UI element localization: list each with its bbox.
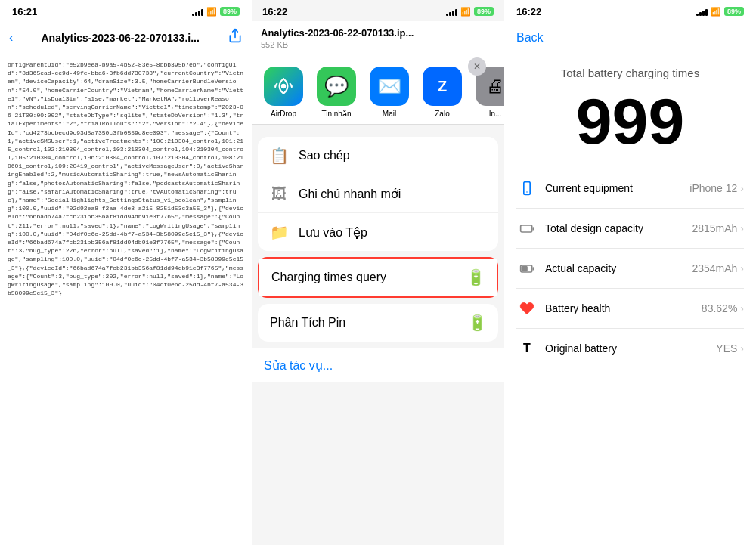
- signal-bar-2-4: [455, 9, 457, 16]
- status-time-1: 16:21: [12, 6, 37, 17]
- highlighted-action-box: Charging times query 🔋: [258, 257, 498, 298]
- nav-bar-1: ‹ Analytics-2023-06-22-070133.i...: [0, 21, 252, 54]
- zalo-icon: Z: [423, 67, 462, 106]
- share-icon-airdrop[interactable]: AirDrop: [262, 67, 305, 118]
- original-battery-value: YES ›: [716, 342, 744, 355]
- equipment-value: iPhone 12 ›: [689, 182, 744, 194]
- equipment-value-text: iPhone 12: [689, 182, 737, 194]
- svg-point-1: [281, 84, 287, 89]
- chevron-right-3: ›: [740, 262, 744, 274]
- signal-bar-3: [198, 11, 200, 16]
- action-pin-analysis[interactable]: Phân Tích Pin 🔋: [258, 304, 498, 342]
- design-capacity-value: 2815mAh ›: [692, 222, 744, 234]
- status-time-2: 16:22: [262, 6, 287, 17]
- pin-analysis-container: Phân Tích Pin 🔋: [258, 304, 498, 342]
- action-copy[interactable]: 📋 Sao chép: [258, 137, 498, 175]
- messages-icon: 💬: [317, 67, 356, 106]
- panel-analytics: 16:21 📶 89% ‹ Analytics-2023-06-22-07013…: [0, 0, 252, 545]
- signal-bar-3-4: [705, 9, 708, 16]
- status-time-3: 16:22: [516, 6, 541, 17]
- info-row-actual-capacity[interactable]: Actual capacity 2354mAh ›: [516, 249, 744, 289]
- design-capacity-icon: [516, 218, 538, 239]
- chevron-right-4: ›: [740, 302, 744, 314]
- design-capacity-label: Total design capacity: [545, 222, 684, 234]
- wifi-icon-3: 📶: [711, 7, 721, 17]
- quick-note-icon: 🖼: [270, 185, 288, 203]
- share-icon-mail[interactable]: ✉️ Mail: [368, 67, 411, 118]
- status-icons-3: 📶 89%: [696, 7, 744, 17]
- mail-label: Mail: [383, 110, 396, 118]
- info-row-battery-health[interactable]: Battery health 83.62% ›: [516, 289, 744, 329]
- messages-label: Tin nhắn: [322, 110, 352, 118]
- status-bar-1: 16:21 📶 89%: [0, 0, 252, 21]
- file-text-content: onfigParentUid":"e52b9eea-b9a5-4b52-83e5…: [0, 54, 252, 545]
- battery-icon-3: 89%: [724, 7, 744, 16]
- original-battery-icon: T: [516, 338, 538, 359]
- signal-bars-1: [192, 8, 203, 16]
- svg-rect-2: [524, 182, 530, 195]
- print-label: In...: [489, 110, 502, 118]
- signal-bar-2-3: [452, 11, 454, 16]
- copy-icon: 📋: [270, 147, 288, 165]
- save-files-label: Lưu vào Tệp: [299, 225, 367, 240]
- original-battery-label: Original battery: [545, 342, 708, 355]
- signal-bar-3-1: [696, 14, 699, 16]
- info-row-design-capacity[interactable]: Total design capacity 2815mAh ›: [516, 209, 744, 249]
- share-close-button[interactable]: ✕: [468, 57, 486, 76]
- status-bar-2: 16:22 📶 89%: [252, 0, 504, 21]
- mail-icon: ✉️: [370, 67, 409, 106]
- action-save-files[interactable]: 📁 Lưu vào Tệp: [258, 213, 498, 251]
- pin-icon: 🔋: [468, 314, 486, 332]
- charging-query-label: Charging times query: [271, 271, 456, 284]
- back-button-3[interactable]: Back: [516, 31, 544, 45]
- more-label: Sửa tác vụ...: [264, 359, 333, 372]
- action-more[interactable]: Sửa tác vụ...: [252, 348, 504, 382]
- battery-total-label: Total battery charging times: [504, 54, 756, 82]
- share-button-1[interactable]: [228, 28, 243, 47]
- airdrop-icon: [264, 67, 303, 106]
- save-files-icon: 📁: [270, 223, 288, 241]
- signal-bar-1: [192, 14, 194, 16]
- signal-bar-2-2: [449, 12, 451, 16]
- battery-count: 999: [504, 82, 756, 169]
- battery-icon-1: 89%: [220, 7, 240, 16]
- action-quick-note[interactable]: 🖼 Ghi chú nhanh mới: [258, 175, 498, 213]
- status-bar-3: 16:22 📶 89%: [504, 0, 756, 21]
- battery-info-list: Current equipment iPhone 12 › Total desi…: [516, 169, 744, 368]
- quick-note-label: Ghi chú nhanh mới: [299, 187, 401, 201]
- signal-bar-3-3: [702, 11, 705, 16]
- actual-capacity-label: Actual capacity: [545, 262, 684, 274]
- equipment-icon: [516, 178, 538, 199]
- info-row-equipment[interactable]: Current equipment iPhone 12 ›: [516, 169, 744, 209]
- info-row-original-battery[interactable]: T Original battery YES ›: [516, 329, 744, 368]
- signal-bar-2-1: [446, 14, 448, 16]
- chevron-right-2: ›: [740, 222, 744, 234]
- airdrop-label: AirDrop: [271, 110, 296, 118]
- chevron-right-1: ›: [740, 182, 744, 194]
- signal-bar-3-2: [699, 12, 702, 16]
- signal-bar-4: [201, 9, 203, 16]
- wifi-icon-1: 📶: [206, 7, 217, 17]
- signal-bar-2: [195, 12, 197, 16]
- share-file-size: 552 KB: [261, 40, 414, 49]
- share-icon-zalo[interactable]: Z Zalo: [421, 67, 463, 118]
- design-capacity-value-text: 2815mAh: [692, 222, 737, 234]
- actual-capacity-icon: [516, 258, 538, 279]
- share-actions-container: 📋 Sao chép 🖼 Ghi chú nhanh mới 📁 Lưu vào…: [258, 137, 498, 251]
- battery-health-value: 83.62% ›: [702, 302, 744, 314]
- battery-health-label: Battery health: [545, 302, 694, 314]
- share-icons-row: AirDrop 💬 Tin nhắn ✉️ Mail Z Zalo 🖨 In..…: [252, 54, 504, 125]
- signal-bars-2: [446, 8, 457, 16]
- copy-label: Sao chép: [299, 149, 350, 163]
- actual-capacity-value: 2354mAh ›: [692, 262, 744, 274]
- chevron-right-5: ›: [740, 342, 744, 355]
- status-icons-1: 📶 89%: [192, 7, 240, 17]
- section-divider-1: [252, 125, 504, 131]
- share-icon-messages[interactable]: 💬 Tin nhắn: [315, 67, 358, 118]
- pin-analysis-label: Phân Tích Pin: [270, 316, 457, 330]
- action-charging-query[interactable]: Charging times query 🔋: [259, 259, 497, 296]
- zalo-label: Zalo: [435, 110, 449, 118]
- equipment-label: Current equipment: [545, 182, 682, 194]
- svg-rect-6: [522, 267, 527, 271]
- panel-share: 16:22 📶 89% Analytics-2023-06-22-070133.…: [252, 0, 504, 545]
